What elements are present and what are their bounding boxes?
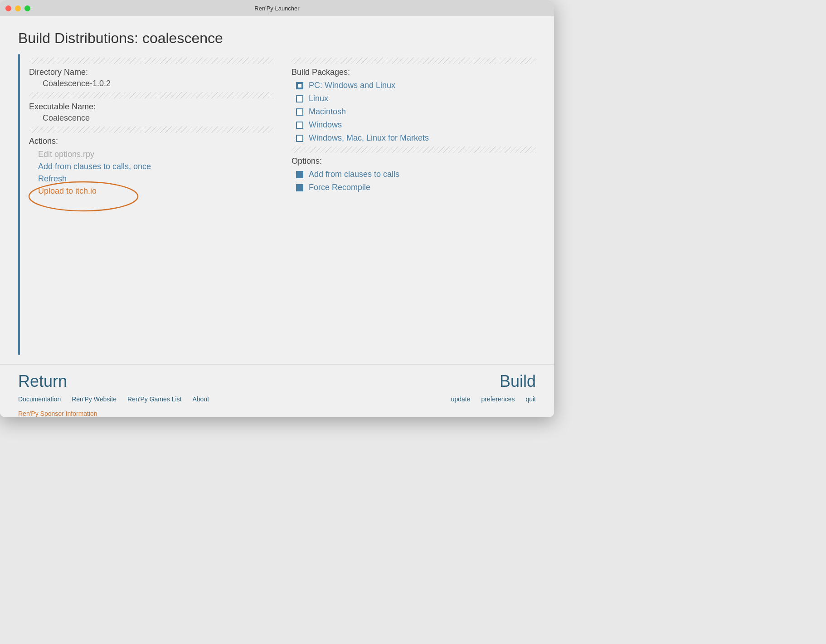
checkbox-windows[interactable] — [296, 122, 303, 129]
checkbox-add-from-clauses[interactable] — [296, 171, 303, 178]
window-title: Ren'Py Launcher — [254, 5, 299, 12]
package-macintosh[interactable]: Macintosh — [296, 107, 536, 117]
footer-link-renpy-games-list[interactable]: Ren'Py Games List — [127, 395, 181, 403]
footer-links-row: Documentation Ren'Py Website Ren'Py Game… — [18, 395, 536, 409]
actions-label: Actions: — [29, 137, 273, 146]
minimize-button[interactable] — [15, 5, 21, 11]
checkbox-force-recompile[interactable] — [296, 184, 303, 191]
columns-container: Directory Name: Coalescence-1.0.2 Execut… — [29, 54, 536, 355]
package-linux[interactable]: Linux — [296, 94, 536, 103]
titlebar: Ren'Py Launcher — [0, 0, 554, 16]
checkbox-linux[interactable] — [296, 95, 303, 102]
executable-value: Coalescence — [43, 113, 273, 123]
divider-2 — [29, 92, 273, 98]
checkbox-markets[interactable] — [296, 135, 303, 142]
action-upload-itch[interactable]: Upload to itch.io — [38, 186, 97, 196]
checkbox-pc-windows-linux[interactable] — [296, 82, 303, 89]
footer-left-links: Documentation Ren'Py Website Ren'Py Game… — [18, 395, 209, 403]
option-label-force-recompile: Force Recompile — [309, 183, 370, 192]
footer-link-renpy-website[interactable]: Ren'Py Website — [72, 395, 117, 403]
right-column: Build Packages: PC: Windows and Linux Li… — [292, 54, 536, 355]
directory-label: Directory Name: — [29, 68, 273, 77]
footer-sponsor-link[interactable]: Ren'Py Sponsor Information — [18, 410, 536, 417]
package-label-markets: Windows, Mac, Linux for Markets — [309, 133, 429, 143]
option-label-add-from-clauses: Add from clauses to calls — [309, 170, 399, 179]
bottom-bar: Return Build Documentation Ren'Py Websit… — [0, 364, 554, 417]
footer-link-about[interactable]: About — [192, 395, 209, 403]
close-button[interactable] — [5, 5, 11, 11]
packages-label: Build Packages: — [292, 68, 536, 77]
option-add-from-clauses[interactable]: Add from clauses to calls — [296, 170, 536, 179]
maximize-button[interactable] — [24, 5, 30, 11]
checkbox-macintosh[interactable] — [296, 108, 303, 116]
window-controls[interactable] — [5, 5, 30, 11]
return-button[interactable]: Return — [18, 372, 67, 391]
divider-right-2 — [292, 146, 536, 153]
nav-buttons: Return Build — [18, 365, 536, 395]
action-add-from-clauses[interactable]: Add from clauses to calls, once — [38, 162, 273, 171]
package-label-pc-windows-linux: PC: Windows and Linux — [309, 81, 395, 90]
option-force-recompile[interactable]: Force Recompile — [296, 183, 536, 192]
left-column: Directory Name: Coalescence-1.0.2 Execut… — [29, 54, 273, 355]
package-label-macintosh: Macintosh — [309, 107, 346, 117]
main-area: Build Distributions: coalescence Directo… — [0, 16, 554, 417]
action-edit-options[interactable]: Edit options.rpy — [38, 150, 273, 159]
page-title: Build Distributions: coalescence — [18, 30, 536, 47]
executable-label: Executable Name: — [29, 102, 273, 112]
directory-value: Coalescence-1.0.2 — [43, 79, 273, 88]
package-label-windows: Windows — [309, 120, 342, 130]
action-refresh[interactable]: Refresh — [38, 174, 273, 184]
package-label-linux: Linux — [309, 94, 328, 103]
footer: Documentation Ren'Py Website Ren'Py Game… — [18, 395, 536, 417]
footer-link-quit[interactable]: quit — [525, 395, 536, 403]
package-windows-mac-linux-markets[interactable]: Windows, Mac, Linux for Markets — [296, 133, 536, 143]
content-body: Directory Name: Coalescence-1.0.2 Execut… — [18, 54, 536, 355]
divider-right-1 — [292, 58, 536, 64]
left-accent-bar — [18, 54, 20, 355]
content-panel: Build Distributions: coalescence Directo… — [0, 16, 554, 364]
footer-link-update[interactable]: update — [451, 395, 471, 403]
divider-1 — [29, 58, 273, 64]
build-button[interactable]: Build — [500, 372, 536, 391]
footer-right-links: update preferences quit — [451, 395, 536, 403]
package-pc-windows-linux[interactable]: PC: Windows and Linux — [296, 81, 536, 90]
options-label: Options: — [292, 156, 536, 166]
circle-annotation — [24, 178, 142, 215]
footer-link-preferences[interactable]: preferences — [481, 395, 515, 403]
divider-3 — [29, 127, 273, 133]
package-windows[interactable]: Windows — [296, 120, 536, 130]
footer-link-documentation[interactable]: Documentation — [18, 395, 61, 403]
